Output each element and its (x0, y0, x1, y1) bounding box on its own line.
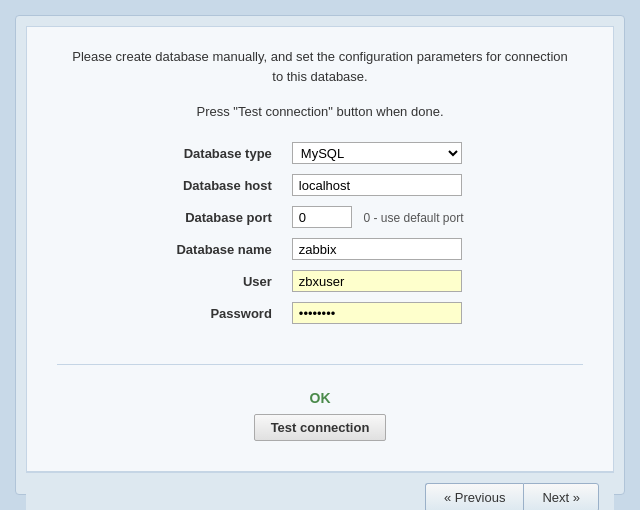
label-database-type: Database type (168, 137, 283, 169)
label-database-host: Database host (168, 169, 283, 201)
user-input[interactable] (292, 270, 462, 292)
database-name-input[interactable] (292, 238, 462, 260)
divider (57, 364, 583, 365)
ok-button[interactable]: OK (310, 390, 331, 406)
main-container: Please create database manually, and set… (15, 15, 625, 495)
next-button[interactable]: Next » (523, 483, 599, 510)
actions-area: OK Test connection (254, 390, 387, 441)
press-hint-text: Press "Test connection" button when done… (197, 104, 444, 119)
previous-button[interactable]: « Previous (425, 483, 523, 510)
footer-bar: « Previous Next » (26, 472, 614, 510)
intro-text: Please create database manually, and set… (72, 47, 568, 86)
table-row: User (168, 265, 471, 297)
table-row: Database port 0 - use default port (168, 201, 471, 233)
database-port-input[interactable] (292, 206, 352, 228)
label-password: Password (168, 297, 283, 329)
database-type-select[interactable]: MySQL PostgreSQL Oracle DB2 SQLite3 (292, 142, 462, 164)
label-database-name: Database name (168, 233, 283, 265)
test-connection-button[interactable]: Test connection (254, 414, 387, 441)
table-row: Database host (168, 169, 471, 201)
table-row: Database type MySQL PostgreSQL Oracle DB… (168, 137, 471, 169)
table-row: Password (168, 297, 471, 329)
form-table: Database type MySQL PostgreSQL Oracle DB… (168, 137, 471, 329)
content-area: Please create database manually, and set… (26, 26, 614, 472)
table-row: Database name (168, 233, 471, 265)
label-database-port: Database port (168, 201, 283, 233)
database-host-input[interactable] (292, 174, 462, 196)
password-input[interactable] (292, 302, 462, 324)
label-user: User (168, 265, 283, 297)
port-hint-text: 0 - use default port (363, 211, 463, 225)
